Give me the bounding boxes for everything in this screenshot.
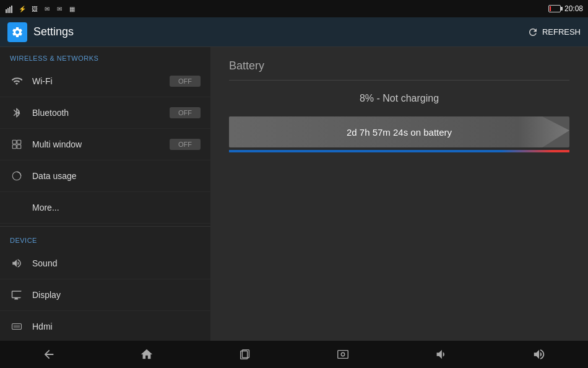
- content-divider: [229, 80, 569, 81]
- screenshot-nav-button[interactable]: [324, 343, 362, 366]
- more-icon: [10, 201, 24, 214]
- display-label: Display: [32, 290, 201, 300]
- time-display: 20:08: [564, 4, 583, 13]
- signal-icon: [5, 4, 15, 14]
- wifi-toggle[interactable]: OFF: [170, 76, 201, 87]
- sound-label: Sound: [32, 258, 201, 268]
- battery-bar-label: 2d 7h 57m 24s on battery: [347, 127, 452, 138]
- sidebar-item-datausage[interactable]: Data usage: [0, 160, 210, 192]
- svg-rect-6: [12, 145, 16, 149]
- svg-rect-7: [17, 145, 21, 149]
- volume-up-button[interactable]: [520, 343, 558, 366]
- svg-rect-13: [338, 351, 348, 359]
- settings-app-icon: [7, 22, 27, 42]
- sidebar-item-display[interactable]: Display: [0, 279, 210, 311]
- sidebar-item-hdmi[interactable]: Hdmi: [0, 311, 210, 341]
- sidebar-item-wifi[interactable]: Wi-Fi OFF: [0, 66, 210, 97]
- svg-rect-10: [14, 325, 20, 328]
- multiwindow-label: Multi window: [32, 139, 161, 149]
- main-content: WIRELESS & NETWORKS Wi-Fi OFF Bluetooth …: [0, 47, 588, 341]
- back-button[interactable]: [30, 343, 68, 366]
- bluetooth-icon: [10, 106, 24, 120]
- content-title: Battery: [229, 59, 569, 72]
- svg-point-14: [341, 353, 345, 356]
- sidebar: WIRELESS & NETWORKS Wi-Fi OFF Bluetooth …: [0, 47, 210, 341]
- home-button[interactable]: [128, 343, 166, 366]
- top-bar-left: Settings: [7, 22, 74, 42]
- sidebar-item-more[interactable]: More...: [0, 192, 210, 224]
- battery-bar-bottom: [229, 150, 569, 152]
- svg-rect-3: [11, 6, 12, 13]
- sidebar-item-multiwindow[interactable]: Multi window OFF: [0, 129, 210, 160]
- sound-icon: [10, 256, 24, 270]
- app-icon: ▦: [67, 4, 77, 14]
- nav-bar: [0, 341, 588, 368]
- hdmi-icon: [10, 320, 24, 333]
- usb-icon: ⚡: [17, 4, 27, 14]
- msg-icon: ✉: [42, 4, 52, 14]
- bluetooth-label: Bluetooth: [32, 108, 161, 118]
- refresh-button[interactable]: REFRESH: [527, 27, 581, 38]
- datausage-icon: [10, 169, 24, 183]
- volume-down-button[interactable]: [422, 343, 460, 366]
- svg-rect-0: [6, 9, 7, 13]
- sidebar-item-bluetooth[interactable]: Bluetooth OFF: [0, 97, 210, 129]
- multiwindow-icon: [10, 138, 24, 151]
- multiwindow-toggle[interactable]: OFF: [170, 139, 201, 150]
- display-icon: [10, 288, 24, 302]
- page-title: Settings: [33, 25, 74, 38]
- wifi-icon: [10, 74, 24, 88]
- more-label: More...: [32, 203, 201, 212]
- section-device: DEVICE: [0, 229, 210, 248]
- svg-rect-4: [12, 140, 16, 144]
- battery-bar: 2d 7h 57m 24s on battery: [229, 116, 569, 147]
- status-icons-right: 20:08: [548, 4, 583, 13]
- refresh-label: REFRESH: [542, 27, 581, 37]
- top-bar: Settings REFRESH: [0, 17, 588, 47]
- svg-rect-5: [17, 140, 21, 144]
- battery-status-text: 8% - Not charging: [229, 93, 569, 104]
- photo-icon: 🖼: [30, 4, 40, 14]
- status-bar: ⚡ 🖼 ✉ ✉ ▦ 20:08: [0, 0, 588, 17]
- wifi-label: Wi-Fi: [32, 76, 161, 86]
- bluetooth-toggle[interactable]: OFF: [170, 107, 201, 118]
- status-icons-left: ⚡ 🖼 ✉ ✉ ▦: [5, 4, 77, 14]
- section-wireless-networks: WIRELESS & NETWORKS: [0, 47, 210, 66]
- battery-status-icon: [548, 5, 561, 12]
- datausage-label: Data usage: [32, 171, 201, 181]
- section-divider: [0, 226, 210, 227]
- svg-rect-1: [7, 8, 9, 13]
- sidebar-item-sound[interactable]: Sound: [0, 248, 210, 279]
- msg2-icon: ✉: [54, 4, 64, 14]
- content-area: Battery 8% - Not charging 2d 7h 57m 24s …: [210, 47, 588, 341]
- svg-rect-2: [9, 7, 11, 13]
- recents-button[interactable]: [226, 343, 264, 366]
- hdmi-label: Hdmi: [32, 322, 201, 331]
